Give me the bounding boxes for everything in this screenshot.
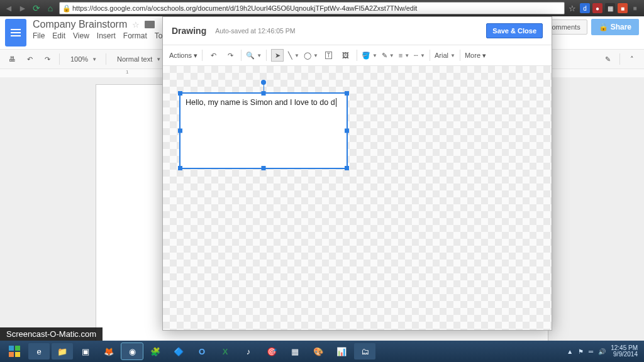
task-ie-icon[interactable]: e [28, 343, 50, 359]
extension-icons: d ● ▦ ■ ≡ [580, 3, 640, 13]
lock-icon: 🔒 [62, 4, 70, 12]
bookmark-star-icon[interactable]: ☆ [569, 4, 576, 13]
undo-icon[interactable]: ↶ [207, 49, 219, 62]
task-app4-icon[interactable]: 🎨 [308, 343, 329, 359]
autosave-status: Auto-saved at 12:46:05 PM [215, 27, 295, 35]
task-folder2-icon[interactable]: 🗂 [354, 343, 375, 359]
textbox-tool-icon[interactable]: 🅃 [323, 49, 335, 62]
task-app3-icon[interactable]: 🎯 [261, 343, 282, 359]
line-color[interactable]: ✎▼ [382, 52, 394, 60]
selected-textbox[interactable]: Hello, my name is Simon and I love to do… [180, 94, 347, 168]
url-bar[interactable]: 🔒 https://docs.google.com/a/ocschools.or… [59, 2, 565, 14]
system-tray[interactable]: ▲ ⚑ ═ 🔊 12:45 PM 9/9/2014 [567, 345, 641, 358]
ext-grid-icon[interactable]: ▦ [605, 3, 615, 13]
task-explorer-icon[interactable]: 📁 [52, 343, 73, 359]
url-text: https://docs.google.com/a/ocschools.org/… [72, 4, 417, 12]
shape-tool[interactable]: ◯▼ [304, 52, 318, 60]
docs-app: Company Brainstorm ☆ File Edit View Inse… [0, 16, 644, 341]
ext-orange-icon[interactable]: ■ [618, 3, 628, 13]
task-app2-icon[interactable]: 🔷 [168, 343, 189, 359]
tray-flag-icon[interactable]: ⚑ [578, 348, 584, 355]
more-menu[interactable]: More ▾ [465, 52, 486, 60]
browser-toolbar: ◄ ► ⟳ ⌂ 🔒 https://docs.google.com/a/ocsc… [0, 0, 644, 16]
dialog-title: Drawing [172, 26, 206, 36]
text-cursor-icon [336, 98, 336, 107]
chrome-menu-icon[interactable]: ≡ [630, 3, 640, 13]
resize-handle-br[interactable] [345, 166, 349, 170]
resize-handle-ml[interactable] [178, 129, 182, 133]
task-generic-icon[interactable]: ▣ [75, 343, 96, 359]
resize-handle-mr[interactable] [345, 129, 349, 133]
task-outlook-icon[interactable]: O [191, 343, 213, 359]
line-dash[interactable]: ┄▼ [414, 52, 425, 60]
task-app5-icon[interactable]: 📊 [331, 343, 352, 359]
resize-handle-tl[interactable] [178, 91, 182, 96]
svg-rect-3 [15, 352, 20, 357]
drawing-toolbar: Actions ▾ ↶ ↷ 🔍▼ ➤ ╲▼ ◯▼ 🅃 🖼 🪣▼ ✎▼ ≡▼ ┄▼… [163, 45, 552, 66]
zoom-tool[interactable]: 🔍▼ [246, 52, 262, 60]
reload-icon[interactable]: ⟳ [31, 3, 42, 13]
svg-rect-0 [9, 346, 14, 351]
dialog-layer: Drawing Auto-saved at 12:46:05 PM Save &… [0, 16, 644, 341]
task-chrome-icon[interactable]: ◉ [121, 343, 143, 359]
task-firefox-icon[interactable]: 🦊 [98, 343, 119, 359]
resize-handle-bm[interactable] [262, 166, 266, 170]
forward-icon: ► [18, 3, 28, 13]
rotate-handle[interactable] [261, 80, 266, 85]
task-app-icon[interactable]: 🧩 [145, 343, 166, 359]
redo-icon[interactable]: ↷ [224, 49, 236, 62]
dialog-header: Drawing Auto-saved at 12:46:05 PM Save &… [163, 17, 552, 45]
tray-up-icon[interactable]: ▲ [567, 348, 573, 355]
save-close-button[interactable]: Save & Close [486, 23, 543, 38]
tray-vol-icon[interactable]: 🔊 [598, 348, 606, 355]
watermark: Screencast-O-Matic.com [0, 327, 103, 341]
svg-rect-2 [9, 352, 14, 357]
ext-d-icon[interactable]: d [580, 3, 590, 13]
windows-taskbar: e 📁 ▣ 🦊 ◉ 🧩 🔷 O X ♪ 🎯 ▦ 🎨 📊 🗂 ▲ ⚑ ═ 🔊 12… [0, 341, 644, 362]
image-tool-icon[interactable]: 🖼 [340, 49, 352, 62]
resize-handle-bl[interactable] [178, 166, 182, 170]
ext-abp-icon[interactable]: ● [592, 3, 602, 13]
line-tool[interactable]: ╲▼ [288, 52, 299, 60]
font-select[interactable]: Arial ▼ [435, 52, 455, 59]
tray-net-icon[interactable]: ═ [589, 348, 593, 355]
fill-color[interactable]: 🪣▼ [362, 52, 377, 60]
textbox-content[interactable]: Hello, my name is Simon and I love to do… [180, 94, 347, 112]
actions-menu[interactable]: Actions ▾ [169, 52, 197, 60]
drawing-canvas[interactable]: Hello, my name is Simon and I love to do… [163, 66, 552, 330]
resize-handle-tm[interactable] [262, 91, 266, 96]
select-tool-icon[interactable]: ➤ [271, 49, 284, 62]
task-excel-icon[interactable]: X [214, 343, 236, 359]
drawing-dialog: Drawing Auto-saved at 12:46:05 PM Save &… [162, 16, 552, 331]
clock[interactable]: 12:45 PM 9/9/2014 [611, 345, 638, 358]
back-icon[interactable]: ◄ [4, 3, 14, 13]
task-grid-icon[interactable]: ▦ [284, 343, 306, 359]
svg-rect-1 [15, 346, 20, 351]
start-button[interactable] [3, 343, 26, 359]
line-weight[interactable]: ≡▼ [399, 52, 409, 59]
home-icon[interactable]: ⌂ [45, 3, 55, 13]
task-itunes-icon[interactable]: ♪ [238, 343, 259, 359]
resize-handle-tr[interactable] [345, 91, 349, 96]
